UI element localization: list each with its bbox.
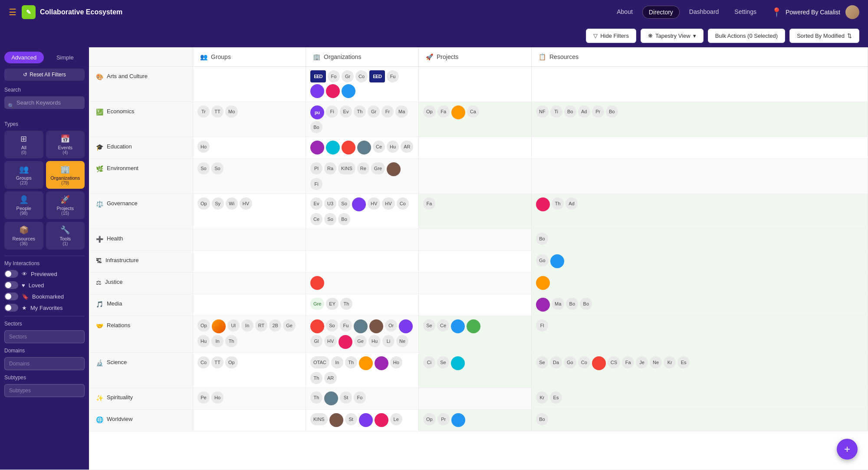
entry-chip[interactable]: Ci [423, 356, 435, 368]
entry-chip[interactable]: CS [608, 356, 620, 368]
entry-chip[interactable]: Ca [467, 105, 479, 118]
entry-chip[interactable]: Re [357, 162, 369, 174]
entry-chip[interactable]: Bo [536, 413, 548, 425]
type-people[interactable]: 👤 People (98) [4, 191, 43, 219]
entry-chip[interactable]: AR [401, 141, 413, 153]
entry-chip[interactable]: Se [536, 356, 548, 368]
subtypes-input[interactable] [4, 384, 85, 397]
entry-chip[interactable]: Da [550, 356, 562, 368]
interaction-previewed[interactable]: 👁 Previewed [4, 270, 85, 278]
type-tools[interactable]: 🔧 Tools (1) [46, 222, 85, 250]
loved-toggle[interactable] [4, 281, 18, 289]
avatar-chip[interactable] [342, 141, 355, 154]
avatar-chip[interactable] [326, 84, 340, 98]
entry-chip[interactable]: Se [423, 319, 435, 332]
avatar-chip[interactable] [369, 319, 383, 333]
entry-chip[interactable]: Kr [536, 391, 548, 404]
entry-chip[interactable]: Ho [390, 356, 402, 368]
entry-chip[interactable]: Gre [371, 162, 385, 174]
entry-chip[interactable]: Th [225, 335, 237, 347]
entry-chip[interactable]: Pe [197, 391, 210, 404]
type-events[interactable]: 📅 Events (4) [46, 131, 85, 158]
entry-chip[interactable]: Or [385, 319, 397, 332]
entry-chip[interactable]: In [241, 319, 253, 332]
interaction-bookmarked[interactable]: 🔖 Bookmarked [4, 293, 85, 300]
entry-chip[interactable]: Pr [592, 105, 604, 118]
reset-filters-button[interactable]: ↺ Reset All Filters [4, 69, 85, 81]
avatar-chip[interactable] [359, 356, 373, 370]
entry-chip[interactable]: Fa [423, 197, 435, 210]
entry-chip[interactable]: Ti [550, 105, 562, 118]
avatar-chip[interactable] [451, 356, 465, 370]
entry-chip[interactable]: Hu [197, 335, 210, 347]
avatar-chip[interactable] [212, 319, 226, 333]
avatar-chip[interactable] [399, 319, 413, 333]
avatar-chip[interactable] [375, 413, 388, 427]
entry-chip[interactable]: Bo [580, 298, 592, 310]
tapestry-view-button[interactable]: ❋ Tapestry View ▾ [641, 29, 704, 43]
entry-chip[interactable]: Hu [368, 335, 381, 347]
entry-chip[interactable]: Bo [606, 105, 618, 118]
avatar-chip[interactable] [536, 197, 550, 211]
avatar-chip[interactable] [310, 276, 324, 290]
entry-chip[interactable]: Go [536, 254, 549, 266]
nav-about[interactable]: About [611, 6, 639, 19]
entry-chip[interactable]: AR [324, 372, 337, 384]
entry-chip[interactable]: So [324, 213, 336, 225]
entry-chip[interactable]: HV [240, 197, 252, 210]
hamburger-icon[interactable]: ☰ [9, 7, 16, 17]
entry-chip[interactable]: RT [255, 319, 267, 332]
sorted-by-button[interactable]: Sorted By Modified ⇅ [789, 29, 859, 43]
entry-chip[interactable]: St [340, 391, 352, 404]
entry-chip[interactable]: Fu [387, 70, 399, 82]
domains-input[interactable] [4, 357, 85, 370]
entry-chip[interactable]: Fu [340, 319, 352, 332]
entry-chip[interactable]: Ge [354, 335, 367, 347]
entry-chip[interactable]: Co [578, 356, 590, 368]
entry-chip[interactable]: Fl [536, 319, 548, 332]
entry-chip[interactable]: KINS [310, 413, 328, 425]
avatar-chip[interactable] [310, 141, 324, 154]
entry-chip[interactable]: Op [197, 319, 210, 332]
entry-chip[interactable]: Ne [650, 356, 662, 368]
entry-chip[interactable]: Ad [578, 105, 590, 118]
entry-chip[interactable]: U3 [324, 197, 336, 210]
entry-chip[interactable]: Wi [226, 197, 238, 210]
entry-chip[interactable]: Li [382, 335, 395, 347]
entry-chip[interactable]: Ho [197, 141, 210, 153]
entry-chip[interactable]: Je [636, 356, 648, 368]
avatar-chip[interactable] [329, 413, 343, 427]
entry-chip[interactable]: Ce [373, 141, 385, 153]
hide-filters-button[interactable]: ▽ Hide Filters [586, 29, 636, 43]
entry-chip[interactable]: Go [564, 356, 576, 368]
avatar-chip[interactable]: pu [310, 105, 324, 119]
advanced-toggle[interactable]: Advanced [4, 52, 44, 63]
avatar-chip[interactable] [310, 319, 324, 333]
entry-chip[interactable]: Bo [564, 105, 576, 118]
entry-chip[interactable]: Ma [552, 298, 564, 310]
avatar-chip[interactable] [359, 413, 373, 427]
avatar-chip[interactable] [326, 141, 340, 154]
entry-chip[interactable]: Ul [227, 319, 240, 332]
entry-chip[interactable]: HV [382, 197, 395, 210]
entry-chip[interactable]: Ho [211, 391, 224, 404]
search-input[interactable] [4, 96, 85, 109]
entry-chip[interactable]: So [197, 162, 210, 174]
entry-chip[interactable]: Tr [197, 105, 210, 118]
type-projects[interactable]: 🚀 Projects (15) [46, 191, 85, 219]
entry-chip[interactable]: Ne [396, 335, 408, 347]
entry-chip[interactable]: Bo [536, 233, 548, 245]
entry-chip[interactable]: Fa [622, 356, 634, 368]
entry-chip[interactable]: Mo [225, 105, 238, 118]
entry-chip[interactable]: Op [423, 413, 436, 425]
entry-chip[interactable]: In [211, 335, 224, 347]
entry-chip[interactable]: So [211, 162, 224, 174]
entry-chip[interactable]: Pr [437, 413, 450, 425]
avatar-chip[interactable] [451, 413, 465, 427]
avatar-chip[interactable] [324, 391, 338, 405]
entry-chip[interactable]: Ev [310, 197, 322, 210]
entry-chip[interactable]: Ce [437, 319, 449, 332]
nav-settings[interactable]: Settings [728, 6, 763, 19]
avatar-chip[interactable] [375, 356, 388, 370]
type-resources[interactable]: 📦 Resources (36) [4, 222, 43, 250]
